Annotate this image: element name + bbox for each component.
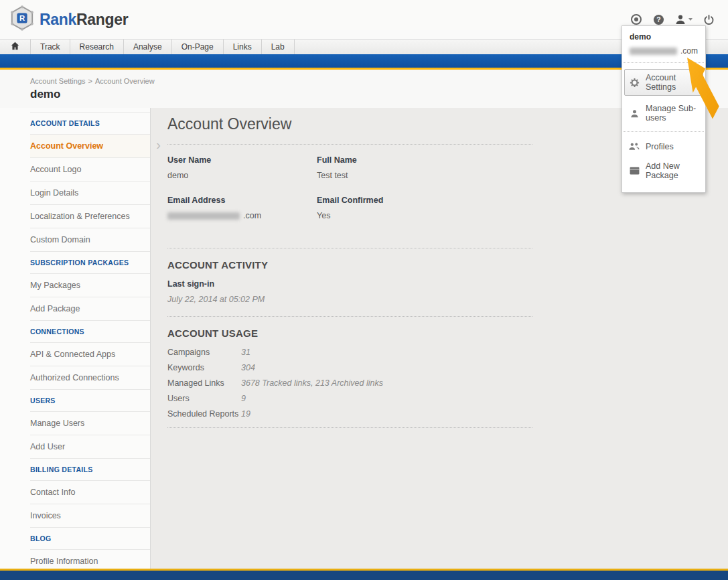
- sidebar-header-blog: BLOG: [30, 528, 150, 550]
- user-menu-username: demo: [630, 32, 698, 42]
- title-band: Account Settings>Account Overview demo: [0, 70, 728, 108]
- usage-row-users: Users 9: [167, 394, 728, 403]
- user-icon: [629, 109, 640, 118]
- sidebar-item-profile-information[interactable]: Profile Information: [30, 550, 150, 569]
- tab-research[interactable]: Research: [70, 40, 124, 54]
- user-menu-email: .com: [630, 46, 698, 56]
- brand-logo-icon: R: [9, 5, 35, 33]
- field-full-name: Full Name Test test: [317, 155, 532, 180]
- sidebar-item-localization-preferences[interactable]: Localization & Preferences: [30, 205, 150, 228]
- redacted-email: [167, 212, 240, 220]
- top-header: R RankRanger ?: [0, 0, 728, 39]
- sidebar-item-my-packages[interactable]: My Packages: [30, 274, 150, 297]
- last-sign-in-label: Last sign-in: [167, 279, 728, 289]
- divider: [167, 316, 532, 317]
- breadcrumb-account-overview[interactable]: Account Overview: [95, 77, 155, 85]
- user-menu-items: Account Settings Manage Sub-users: [622, 63, 705, 192]
- content: ACCOUNT DETAILS Account Overview› Accoun…: [0, 108, 728, 569]
- field-email-confirmed: Email Confirmed Yes: [317, 196, 532, 220]
- power-icon[interactable]: [703, 14, 715, 25]
- chevron-down-icon: [688, 18, 693, 21]
- svg-text:R: R: [19, 14, 25, 22]
- user-menu-head: demo .com: [622, 26, 705, 62]
- menu-item-profiles[interactable]: Profiles: [622, 138, 705, 155]
- breadcrumb-separator: >: [88, 77, 92, 85]
- menu-item-add-new-package[interactable]: Add New Package: [622, 157, 705, 184]
- sidebar-item-invoices[interactable]: Invoices: [30, 504, 150, 528]
- field-user-name: User Name demo: [167, 155, 317, 180]
- sidebar-item-add-user[interactable]: Add User: [30, 435, 150, 459]
- account-activity-header: ACCOUNT ACTIVITY: [167, 259, 728, 271]
- menu-divider: [624, 131, 704, 132]
- usage-row-scheduled-reports: Scheduled Reports 19: [167, 409, 728, 419]
- menu-item-manage-sub-users[interactable]: Manage Sub-users: [622, 100, 705, 127]
- topbar-icons: ?: [630, 13, 715, 25]
- active-item-chevron-icon: ›: [156, 133, 161, 157]
- usage-row-campaigns: Campaigns 31: [167, 348, 728, 357]
- page: R RankRanger ?: [0, 0, 728, 580]
- sidebar-item-authorized-connections[interactable]: Authorized Connections: [30, 366, 150, 390]
- account-fields: User Name demo Full Name Test test Email…: [167, 155, 532, 236]
- sidebar-header-users: USERS: [30, 390, 150, 412]
- account-usage-header: ACCOUNT USAGE: [167, 328, 728, 339]
- divider: [167, 144, 532, 145]
- divider: [167, 248, 532, 248]
- tab-on-page[interactable]: On-Page: [172, 40, 224, 54]
- sidebar: ACCOUNT DETAILS Account Overview› Accoun…: [0, 108, 151, 569]
- tab-track[interactable]: Track: [31, 40, 70, 54]
- svg-text:?: ?: [656, 16, 660, 23]
- usage-rows: Campaigns 31 Keywords 304 Managed Links …: [167, 348, 728, 419]
- field-email-address: Email Address .com: [167, 196, 317, 220]
- target-icon[interactable]: [630, 13, 642, 25]
- sidebar-item-login-details[interactable]: Login Details: [30, 182, 150, 205]
- usage-row-keywords: Keywords 304: [167, 363, 728, 372]
- sidebar-item-api-connected-apps[interactable]: API & Connected Apps: [30, 343, 150, 366]
- sidebar-header-billing-details: BILLING DETAILS: [30, 459, 150, 481]
- package-icon: [629, 167, 640, 175]
- divider: [167, 427, 532, 428]
- user-menu-icon[interactable]: [675, 14, 693, 25]
- main-nav: Track Research Analyse On-Page Links Lab: [0, 39, 728, 54]
- tab-analyse[interactable]: Analyse: [124, 40, 172, 54]
- user-dropdown-menu: demo .com Account Settings: [622, 25, 706, 193]
- tab-links[interactable]: Links: [224, 40, 262, 54]
- users-icon: [629, 142, 640, 151]
- sidebar-item-custom-domain[interactable]: Custom Domain: [30, 228, 150, 252]
- tab-home[interactable]: [0, 40, 31, 54]
- sidebar-item-account-overview[interactable]: Account Overview›: [30, 135, 150, 158]
- sidebar-header-account-details: ACCOUNT DETAILS: [30, 113, 150, 135]
- sidebar-item-manage-users[interactable]: Manage Users: [30, 412, 150, 435]
- sidebar-item-contact-info[interactable]: Contact Info: [30, 481, 150, 504]
- gear-icon: [629, 78, 640, 88]
- menu-item-account-settings[interactable]: Account Settings: [624, 69, 703, 96]
- home-icon: [11, 42, 19, 52]
- sidebar-header-subscription-packages: SUBSCRIPTION PACKAGES: [30, 252, 150, 274]
- breadcrumb-account-settings[interactable]: Account Settings: [30, 77, 86, 85]
- usage-row-managed-links: Managed Links 3678 Tracked links, 213 Ar…: [167, 378, 728, 388]
- redacted-email: [630, 48, 677, 55]
- brand-logo[interactable]: R RankRanger: [9, 5, 129, 33]
- tab-lab[interactable]: Lab: [262, 40, 295, 54]
- footer-bar: [0, 571, 728, 580]
- brand-name: RankRanger: [40, 11, 129, 29]
- sidebar-item-add-package[interactable]: Add Package: [30, 297, 150, 321]
- last-sign-in-value: July 22, 2014 at 05:02 PM: [167, 295, 728, 304]
- sidebar-item-account-logo[interactable]: Account Logo: [30, 158, 150, 182]
- blue-banner: [0, 54, 728, 70]
- help-icon[interactable]: ?: [653, 14, 664, 25]
- sidebar-header-connections: CONNECTIONS: [30, 321, 150, 343]
